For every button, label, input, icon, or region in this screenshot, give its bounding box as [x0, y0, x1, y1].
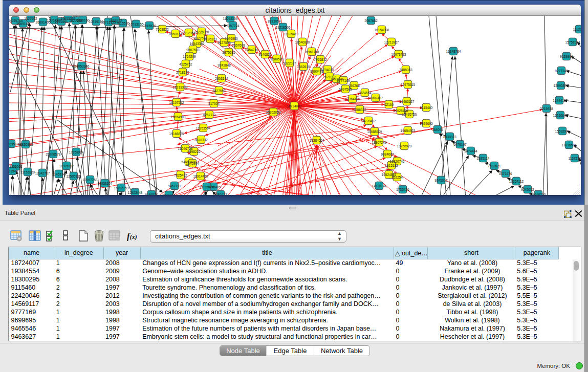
- svg-text:1145194: 1145194: [53, 172, 66, 176]
- svg-text:16107552: 16107552: [169, 101, 184, 104]
- svg-text:1754209: 1754209: [183, 55, 196, 58]
- svg-text:6966160: 6966160: [76, 18, 90, 22]
- svg-text:4125752: 4125752: [179, 62, 192, 66]
- svg-text:9146821: 9146821: [258, 53, 272, 56]
- svg-text:12505135: 12505135: [67, 174, 81, 178]
- svg-text:8912954: 8912954: [182, 31, 195, 35]
- svg-text:9899695: 9899695: [420, 122, 433, 125]
- svg-text:18640910: 18640910: [295, 40, 310, 44]
- svg-text:18495756: 18495756: [402, 113, 417, 116]
- svg-text:9498222: 9498222: [187, 150, 201, 154]
- svg-text:2367608: 2367608: [232, 43, 245, 47]
- svg-text:9567503: 9567503: [186, 48, 200, 52]
- svg-text:6479197: 6479197: [453, 143, 467, 146]
- svg-text:9186530: 9186530: [145, 193, 158, 195]
- svg-text:1615132: 1615132: [385, 164, 398, 167]
- svg-text:15692971: 15692971: [555, 129, 570, 133]
- svg-text:19654923: 19654923: [401, 129, 416, 133]
- svg-text:2935114: 2935114: [477, 157, 490, 160]
- svg-text:10807487: 10807487: [368, 96, 383, 100]
- svg-text:20053346: 20053346: [75, 64, 90, 68]
- svg-text:2087682: 2087682: [364, 19, 378, 23]
- svg-text:11156829: 11156829: [20, 170, 35, 174]
- svg-text:3624554: 3624554: [358, 91, 372, 95]
- svg-text:19756928: 19756928: [397, 144, 412, 148]
- svg-text:19463627: 19463627: [400, 100, 415, 103]
- svg-text:26169510: 26169510: [9, 142, 19, 146]
- svg-text:12093873: 12093873: [554, 84, 569, 87]
- svg-text:10466205: 10466205: [531, 193, 546, 195]
- svg-text:8938923: 8938923: [443, 135, 456, 139]
- svg-text:9242848: 9242848: [217, 63, 231, 67]
- svg-text:8427552: 8427552: [212, 89, 226, 93]
- svg-text:2069140: 2069140: [16, 22, 30, 26]
- svg-text:1640994: 1640994: [186, 162, 199, 165]
- svg-text:19218506: 19218506: [276, 26, 291, 29]
- svg-text:10958107: 10958107: [98, 182, 113, 185]
- svg-text:62160: 62160: [384, 103, 394, 106]
- svg-text:19654983: 19654983: [171, 115, 186, 119]
- svg-text:16961758: 16961758: [304, 50, 319, 54]
- svg-text:12213967: 12213967: [384, 40, 399, 44]
- svg-text:6794028: 6794028: [321, 68, 334, 72]
- svg-text:9480213: 9480213: [214, 193, 227, 195]
- svg-text:9245652: 9245652: [521, 188, 534, 191]
- svg-text:7663822: 7663822: [156, 28, 169, 31]
- svg-text:11353594: 11353594: [196, 126, 211, 130]
- svg-text:9777169: 9777169: [337, 79, 350, 82]
- svg-text:15716485: 15716485: [200, 185, 214, 189]
- svg-text:10654112: 10654112: [509, 180, 524, 183]
- svg-text:1588520: 1588520: [270, 57, 284, 61]
- svg-text:1244415: 1244415: [553, 99, 566, 102]
- svg-text:7515526: 7515526: [143, 24, 156, 28]
- svg-text:18807249: 18807249: [372, 141, 387, 144]
- svg-text:9329966: 9329966: [560, 55, 573, 58]
- svg-text:8267110: 8267110: [203, 113, 216, 117]
- svg-text:5322037: 5322037: [283, 61, 296, 65]
- svg-text:746266: 746266: [349, 84, 360, 87]
- svg-text:1112744: 1112744: [573, 28, 581, 31]
- svg-text:2803144: 2803144: [215, 77, 228, 80]
- svg-text:10025438: 10025438: [394, 109, 408, 113]
- svg-text:164095: 164095: [432, 128, 443, 132]
- svg-text:25302033: 25302033: [266, 111, 281, 114]
- svg-text:1362615: 1362615: [297, 65, 310, 69]
- svg-text:3875685: 3875685: [222, 51, 235, 54]
- svg-text:12213309: 12213309: [173, 85, 188, 89]
- svg-text:8841205: 8841205: [162, 193, 176, 195]
- svg-text:7485063: 7485063: [399, 68, 412, 72]
- svg-text:19166825: 19166825: [169, 132, 184, 136]
- svg-text:9245012: 9245012: [434, 179, 448, 182]
- svg-text:7986322: 7986322: [353, 108, 366, 112]
- svg-text:8960124: 8960124: [169, 32, 182, 36]
- svg-text:9084067: 9084067: [381, 152, 394, 156]
- svg-text:8878332: 8878332: [194, 138, 208, 142]
- svg-text:16848784: 16848784: [446, 50, 461, 53]
- svg-text:8454749: 8454749: [245, 48, 258, 52]
- svg-text:1167533: 1167533: [569, 157, 581, 160]
- svg-text:2751541: 2751541: [55, 20, 68, 24]
- svg-text:7515520: 7515520: [116, 21, 129, 25]
- svg-text:17957253: 17957253: [83, 178, 98, 182]
- svg-text:17016504: 17016504: [562, 143, 577, 147]
- svg-text:12923448: 12923448: [128, 191, 143, 194]
- svg-text:252254: 252254: [391, 176, 403, 179]
- svg-text:8471676: 8471676: [499, 172, 512, 176]
- svg-text:10975887: 10975887: [59, 164, 74, 168]
- svg-text:14136141: 14136141: [372, 184, 387, 188]
- svg-text:16120746: 16120746: [390, 160, 405, 163]
- svg-text:7625402: 7625402: [174, 173, 187, 177]
- svg-text:8186323: 8186323: [204, 37, 217, 41]
- svg-text:1733426: 1733426: [396, 188, 409, 191]
- svg-text:8813054: 8813054: [268, 19, 281, 23]
- svg-text:16914479: 16914479: [193, 174, 208, 178]
- svg-text:1335061: 1335061: [9, 165, 23, 168]
- svg-text:16053309: 16053309: [223, 17, 238, 20]
- svg-text:16154808: 16154808: [375, 28, 389, 32]
- svg-text:1546980: 1546980: [225, 37, 238, 40]
- svg-text:7357224: 7357224: [226, 24, 239, 28]
- svg-text:6497568: 6497568: [339, 87, 352, 91]
- svg-text:16210643: 16210643: [553, 114, 568, 117]
- svg-text:3215958: 3215958: [540, 107, 553, 111]
- svg-text:9457791: 9457791: [168, 184, 181, 188]
